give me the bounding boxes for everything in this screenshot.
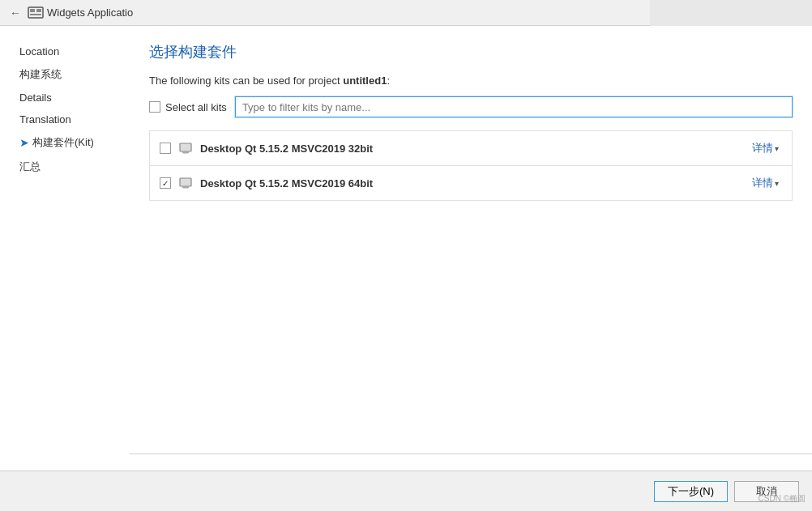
subtitle: The following kits can be used for proje… bbox=[149, 75, 793, 87]
svg-rect-1 bbox=[30, 9, 35, 12]
svg-rect-9 bbox=[183, 188, 188, 189]
select-all-label: Select all kits bbox=[165, 101, 227, 113]
kit-checkbox-32bit[interactable] bbox=[160, 143, 171, 154]
svg-rect-6 bbox=[183, 153, 188, 154]
kit-name-64bit: Desktop Qt 5.15.2 MSVC2019 64bit bbox=[200, 177, 741, 189]
details-dropdown-icon-32bit: ▾ bbox=[775, 144, 779, 153]
sidebar-item-label: Translation bbox=[19, 113, 71, 126]
sidebar-item-label: 构建套件(Kit) bbox=[32, 135, 94, 150]
sidebar-item-label: 构建系统 bbox=[19, 67, 62, 82]
select-all-checkbox-container[interactable]: Select all kits bbox=[149, 101, 227, 113]
kit-details-button-64bit[interactable]: 详情 ▾ bbox=[749, 174, 782, 192]
sidebar-item-summary[interactable]: 汇总 bbox=[13, 156, 130, 177]
kit-details-label-64bit: 详情 bbox=[752, 176, 773, 190]
kit-item-64bit: Desktop Qt 5.15.2 MSVC2019 64bit 详情 ▾ bbox=[150, 166, 792, 200]
sidebar: Location 构建系统 Details Translation ➤ 构建套件… bbox=[0, 26, 130, 471]
watermark: CSDN ©椭圆 bbox=[759, 493, 806, 505]
top-right-decoration bbox=[650, 0, 812, 26]
svg-rect-2 bbox=[36, 9, 41, 12]
footer: 下一步(N) 取消 bbox=[0, 471, 812, 511]
kit-item-32bit: Desktop Qt 5.15.2 MSVC2019 32bit 详情 ▾ bbox=[150, 131, 792, 166]
active-arrow-icon: ➤ bbox=[19, 136, 29, 149]
sidebar-item-kits[interactable]: ➤ 构建套件(Kit) bbox=[13, 132, 130, 153]
sidebar-item-details[interactable]: Details bbox=[13, 88, 130, 107]
page-title: 选择构建套件 bbox=[149, 42, 793, 62]
kit-name-32bit: Desktop Qt 5.15.2 MSVC2019 32bit bbox=[200, 143, 741, 155]
svg-rect-0 bbox=[28, 7, 43, 18]
select-all-checkbox[interactable] bbox=[149, 101, 160, 113]
kit-checkbox-64bit[interactable] bbox=[160, 177, 171, 189]
bottom-separator bbox=[130, 454, 812, 454]
filter-row: Select all kits bbox=[149, 96, 793, 117]
main-content: 选择构建套件 The following kits can be used fo… bbox=[130, 26, 812, 471]
sidebar-item-build-system[interactable]: 构建系统 bbox=[13, 64, 130, 85]
svg-rect-7 bbox=[180, 178, 191, 186]
monitor-icon-32bit bbox=[179, 143, 192, 154]
sidebar-item-translation[interactable]: Translation bbox=[13, 110, 130, 129]
window-title: Widgets Applicatio bbox=[47, 6, 133, 19]
app-icon bbox=[28, 6, 44, 19]
filter-input[interactable] bbox=[235, 96, 793, 117]
next-button[interactable]: 下一步(N) bbox=[654, 481, 728, 502]
details-dropdown-icon-64bit: ▾ bbox=[775, 179, 779, 188]
sidebar-item-label: Details bbox=[19, 92, 52, 104]
kit-details-button-32bit[interactable]: 详情 ▾ bbox=[749, 139, 782, 157]
dialog-container: Location 构建系统 Details Translation ➤ 构建套件… bbox=[0, 26, 812, 471]
svg-rect-4 bbox=[180, 143, 191, 151]
sidebar-item-label: Location bbox=[19, 45, 59, 57]
back-button[interactable]: ← bbox=[10, 6, 21, 19]
kit-details-label-32bit: 详情 bbox=[752, 141, 773, 155]
sidebar-item-location[interactable]: Location bbox=[13, 42, 130, 61]
kit-list: Desktop Qt 5.15.2 MSVC2019 32bit 详情 ▾ De… bbox=[149, 130, 793, 201]
sidebar-item-label: 汇总 bbox=[19, 160, 41, 174]
svg-rect-3 bbox=[30, 14, 41, 15]
project-name: untitled1 bbox=[343, 75, 387, 87]
monitor-icon-64bit bbox=[179, 177, 192, 189]
